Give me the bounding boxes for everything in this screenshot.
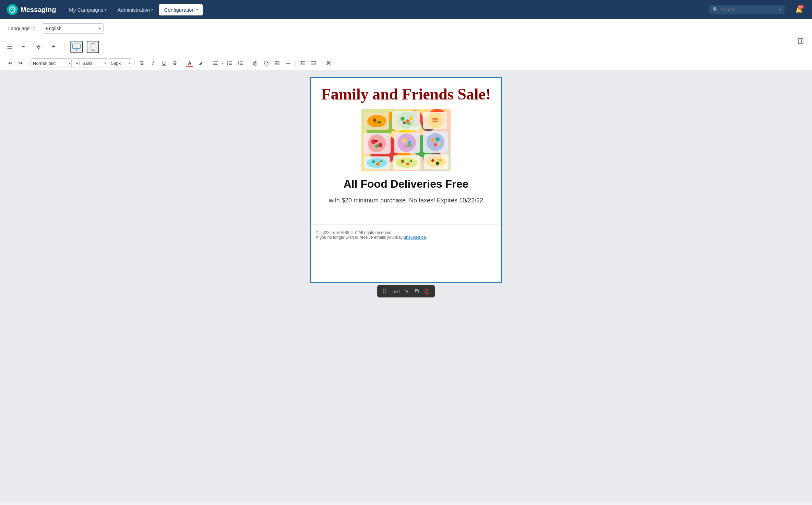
right-panel-toggle[interactable] <box>795 36 807 47</box>
svg-point-0 <box>10 7 15 12</box>
svg-rect-71 <box>379 161 383 162</box>
svg-point-39 <box>401 117 405 121</box>
redo-format-button[interactable]: ↪ <box>16 58 25 68</box>
chevron-down-icon: ▾ <box>196 8 198 12</box>
redo-button[interactable] <box>48 42 59 52</box>
language-label: Language ? <box>8 26 36 31</box>
desktop-view-button[interactable] <box>70 41 83 53</box>
search-input[interactable] <box>720 7 765 12</box>
link-button[interactable] <box>261 58 271 68</box>
svg-text:3.: 3. <box>238 63 240 65</box>
history-group: ↩ ↪ <box>5 58 25 68</box>
text-style-select[interactable]: Normal text Heading 1 Heading 2 Heading … <box>31 58 72 68</box>
app-name: Messaging <box>21 6 56 14</box>
unsubscribe-link[interactable]: unsubscribe <box>404 235 426 240</box>
svg-point-53 <box>375 144 379 148</box>
svg-rect-48 <box>432 121 438 122</box>
indent-decrease-button[interactable] <box>298 58 308 68</box>
svg-point-74 <box>401 160 404 163</box>
svg-point-65 <box>434 143 437 146</box>
divider-insert-button[interactable]: — <box>283 58 293 68</box>
underline-button[interactable]: U <box>159 58 169 68</box>
indent-increase-button[interactable] <box>309 58 319 68</box>
image-button[interactable] <box>272 58 282 68</box>
search-icon: 🔍 <box>713 7 718 12</box>
food-image-visual <box>361 109 451 171</box>
text-color-button[interactable]: A <box>185 58 194 68</box>
undo-button[interactable] <box>18 42 29 52</box>
notification-badge: 4+ <box>798 5 804 9</box>
highlight-button[interactable] <box>196 58 205 68</box>
toolbar-divider <box>208 60 208 67</box>
email-footer: © 2023 TruVISIBILITY. All rights reserve… <box>311 224 501 245</box>
language-select-wrapper: English French Spanish German ▾ <box>42 23 104 34</box>
bold-button[interactable]: B <box>137 58 147 68</box>
svg-point-70 <box>376 162 380 166</box>
toolbar-divider <box>248 60 248 67</box>
secondary-toolbar: ☰ <box>0 38 812 56</box>
email-canvas[interactable]: Family and Friends Sale! <box>310 77 502 283</box>
svg-point-42 <box>403 121 406 124</box>
search-bar[interactable]: 🔍 ▾ <box>709 5 785 14</box>
copy-icon[interactable] <box>412 286 422 296</box>
bullet-list-button[interactable] <box>225 58 234 68</box>
undo-format-button[interactable]: ↩ <box>5 58 15 68</box>
svg-point-50 <box>368 134 386 152</box>
chevron-down-icon: ▾ <box>105 8 106 12</box>
align-button[interactable] <box>211 58 220 68</box>
edit-icon[interactable]: ✎ <box>402 286 411 296</box>
italic-button[interactable]: I <box>148 58 158 68</box>
svg-point-22 <box>276 62 276 63</box>
align-chevron: ▾ <box>222 61 223 65</box>
font-size-select[interactable]: 58px 12px 14px 16px 18px 24px 32px 48px <box>109 58 132 68</box>
email-canvas-area: Family and Friends Sale! <box>0 70 812 290</box>
svg-rect-88 <box>416 290 419 293</box>
nav-configuration[interactable]: Configuration ▾ <box>159 4 202 15</box>
strikethrough-button[interactable]: S <box>170 58 180 68</box>
font-family-select[interactable]: PT Sans Arial Georgia <box>73 58 107 68</box>
mention-button[interactable]: @ <box>250 58 260 68</box>
svg-point-57 <box>402 139 406 143</box>
svg-point-81 <box>439 159 442 162</box>
nav-my-campaigns[interactable]: My Campaigns ▾ <box>64 4 111 15</box>
notifications-bell[interactable]: 🔔 4+ <box>793 3 805 16</box>
svg-point-83 <box>385 289 386 290</box>
svg-point-87 <box>385 293 386 294</box>
redo-circular-button[interactable] <box>33 42 44 52</box>
email-body-text: with $20 minimum purchase. No taxes! Exp… <box>318 196 494 205</box>
svg-point-59 <box>405 145 407 148</box>
clear-format-button[interactable] <box>324 58 333 68</box>
email-subtitle: All Food Deliveries Free <box>318 178 494 190</box>
svg-point-38 <box>397 111 415 129</box>
svg-point-79 <box>431 159 434 162</box>
svg-point-10 <box>227 63 228 64</box>
menu-icon[interactable]: ☰ <box>5 42 14 52</box>
email-title[interactable]: Family and Friends Sale! <box>318 85 494 104</box>
email-canvas-wrapper: Family and Friends Sale! <box>310 77 502 283</box>
svg-point-56 <box>397 133 416 152</box>
top-navigation: Messaging My Campaigns ▾ Administration … <box>0 0 812 19</box>
drag-handle-icon[interactable] <box>380 286 390 296</box>
toolbar-divider <box>28 60 28 67</box>
svg-point-75 <box>406 163 409 165</box>
floating-toolbar-label: Text <box>390 289 401 294</box>
language-select[interactable]: English French Spanish German <box>42 23 104 34</box>
svg-point-82 <box>383 289 384 290</box>
delete-icon[interactable] <box>422 286 432 296</box>
toolbar-divider <box>295 60 296 67</box>
svg-point-54 <box>374 140 378 142</box>
svg-point-73 <box>396 157 418 168</box>
numbered-list-button[interactable]: 1. 2. 3. <box>236 58 245 68</box>
svg-point-33 <box>369 116 384 126</box>
svg-point-43 <box>406 122 411 125</box>
svg-point-85 <box>385 291 386 292</box>
toolbar-divider <box>321 60 321 67</box>
svg-point-69 <box>372 160 375 163</box>
mobile-view-button[interactable] <box>87 41 99 53</box>
text-style-wrapper: Normal text Heading 1 Heading 2 Heading … <box>31 58 72 68</box>
svg-point-76 <box>410 160 412 162</box>
svg-point-62 <box>427 133 444 151</box>
nav-administration[interactable]: Administration ▾ <box>112 4 158 15</box>
font-family-wrapper: PT Sans Arial Georgia ▾ <box>73 58 107 68</box>
svg-rect-46 <box>432 118 438 119</box>
